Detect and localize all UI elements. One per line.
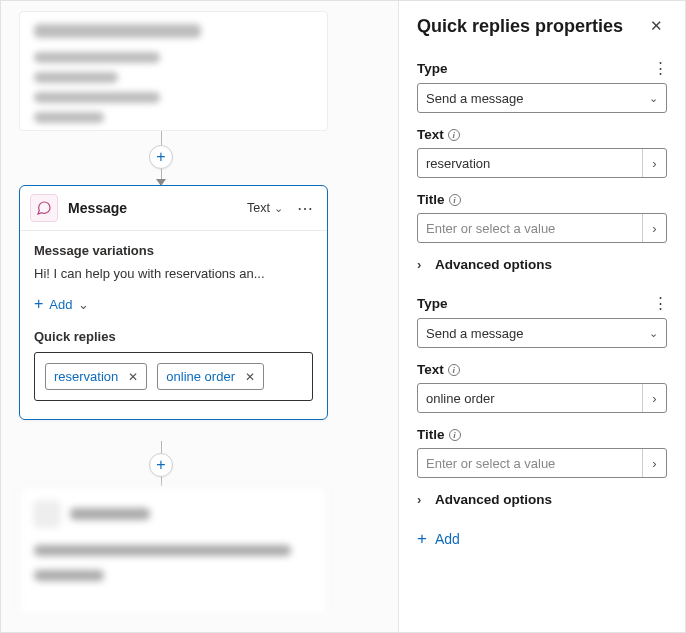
- node-more-menu[interactable]: ⋯: [293, 199, 317, 218]
- blurred-node-top: [19, 11, 328, 131]
- text-input[interactable]: online order ›: [417, 383, 667, 413]
- add-label: Add: [435, 531, 460, 547]
- text-value: online order: [426, 391, 495, 406]
- text-value: reservation: [426, 156, 490, 171]
- properties-panel: Quick replies properties ✕ Type ⋮ Send a…: [399, 1, 685, 632]
- node-header: Message Text ⌄ ⋯: [20, 186, 327, 231]
- quick-replies-box[interactable]: reservation ✕ online order ✕: [34, 352, 313, 401]
- info-icon[interactable]: i: [448, 129, 460, 141]
- advanced-options-label: Advanced options: [435, 492, 552, 507]
- add-variation-button[interactable]: + Add ⌄: [34, 295, 89, 313]
- info-icon[interactable]: i: [448, 364, 460, 376]
- chevron-right-icon: ›: [417, 492, 429, 507]
- info-icon[interactable]: i: [449, 194, 461, 206]
- info-icon[interactable]: i: [449, 429, 461, 441]
- add-node-button[interactable]: +: [149, 145, 173, 169]
- text-input[interactable]: reservation ›: [417, 148, 667, 178]
- chip-online-order[interactable]: online order ✕: [157, 363, 264, 390]
- group-more-menu[interactable]: ⋮: [653, 59, 667, 77]
- quick-replies-heading: Quick replies: [34, 329, 313, 344]
- chip-label: reservation: [54, 369, 118, 384]
- variations-heading: Message variations: [34, 243, 313, 258]
- chevron-down-icon: ⌄: [649, 327, 658, 340]
- chevron-down-icon: ⌄: [78, 297, 89, 312]
- node-body: Message variations Hi! I can help you wi…: [20, 231, 327, 419]
- panel-title: Quick replies properties: [417, 16, 623, 37]
- message-icon: [30, 194, 58, 222]
- add-label: Add: [49, 297, 72, 312]
- quick-reply-group: Type ⋮ Send a message ⌄ Text i reservati…: [417, 59, 667, 272]
- variation-row[interactable]: Hi! I can help you with reservations an.…: [34, 266, 313, 281]
- title-input[interactable]: Enter or select a value ›: [417, 448, 667, 478]
- remove-chip-icon[interactable]: ✕: [245, 370, 255, 384]
- blurred-node-bottom: [19, 486, 328, 616]
- plus-icon: +: [417, 529, 427, 549]
- title-label: Title i: [417, 427, 461, 442]
- add-quick-reply-button[interactable]: + Add: [417, 529, 667, 549]
- type-select[interactable]: Send a message ⌄: [417, 318, 667, 348]
- node-output-mode[interactable]: Text ⌄: [247, 201, 283, 215]
- chevron-right-icon[interactable]: ›: [642, 449, 666, 477]
- type-value: Send a message: [426, 326, 524, 341]
- close-panel-button[interactable]: ✕: [646, 15, 667, 37]
- chevron-down-icon: ⌄: [274, 202, 283, 215]
- app-root: + Message Text ⌄ ⋯ Message variations Hi: [0, 0, 686, 633]
- add-node-button[interactable]: +: [149, 453, 173, 477]
- authoring-canvas[interactable]: + Message Text ⌄ ⋯ Message variations Hi: [1, 1, 399, 632]
- chip-reservation[interactable]: reservation ✕: [45, 363, 147, 390]
- quick-reply-group: Type ⋮ Send a message ⌄ Text i online or…: [417, 294, 667, 507]
- chevron-right-icon[interactable]: ›: [642, 214, 666, 242]
- panel-header: Quick replies properties ✕: [417, 15, 667, 37]
- node-mode-label: Text: [247, 201, 270, 215]
- type-label: Type: [417, 61, 448, 76]
- node-title: Message: [68, 200, 237, 216]
- message-node[interactable]: Message Text ⌄ ⋯ Message variations Hi! …: [19, 185, 328, 420]
- chevron-right-icon[interactable]: ›: [642, 384, 666, 412]
- advanced-options-toggle[interactable]: › Advanced options: [417, 492, 667, 507]
- text-label: Text i: [417, 127, 460, 142]
- title-input[interactable]: Enter or select a value ›: [417, 213, 667, 243]
- type-value: Send a message: [426, 91, 524, 106]
- text-label: Text i: [417, 362, 460, 377]
- chevron-right-icon: ›: [417, 257, 429, 272]
- type-label: Type: [417, 296, 448, 311]
- chip-label: online order: [166, 369, 235, 384]
- remove-chip-icon[interactable]: ✕: [128, 370, 138, 384]
- title-label: Title i: [417, 192, 461, 207]
- chevron-down-icon: ⌄: [649, 92, 658, 105]
- chevron-right-icon[interactable]: ›: [642, 149, 666, 177]
- advanced-options-toggle[interactable]: › Advanced options: [417, 257, 667, 272]
- plus-icon: +: [34, 295, 43, 313]
- title-placeholder: Enter or select a value: [426, 456, 555, 471]
- advanced-options-label: Advanced options: [435, 257, 552, 272]
- group-more-menu[interactable]: ⋮: [653, 294, 667, 312]
- title-placeholder: Enter or select a value: [426, 221, 555, 236]
- type-select[interactable]: Send a message ⌄: [417, 83, 667, 113]
